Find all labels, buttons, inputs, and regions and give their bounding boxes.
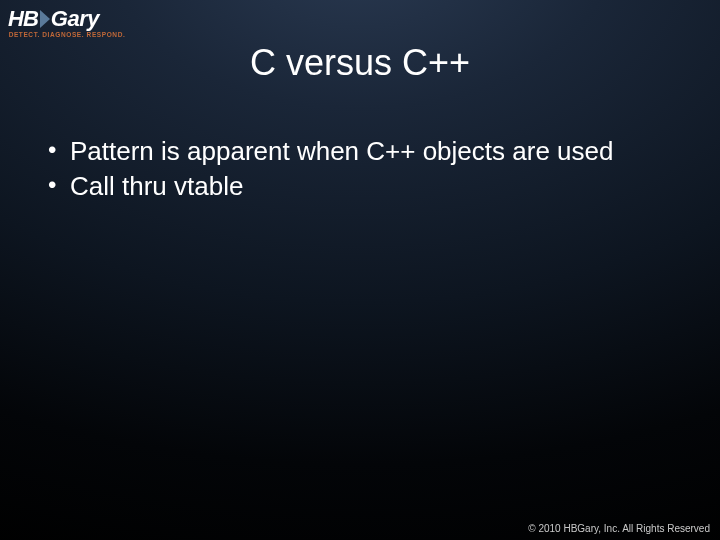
arrow-icon xyxy=(40,10,50,28)
copyright-footer: © 2010 HBGary, Inc. All Rights Reserved xyxy=(528,523,710,534)
logo-suffix: Gary xyxy=(51,6,99,32)
bullet-list: Pattern is apparent when C++ objects are… xyxy=(42,135,678,202)
slide-content: Pattern is apparent when C++ objects are… xyxy=(42,135,678,204)
hbgary-logo: HB Gary DETECT. DIAGNOSE. RESPOND. xyxy=(8,6,126,38)
logo-tagline: DETECT. DIAGNOSE. RESPOND. xyxy=(8,31,126,38)
logo-prefix: HB xyxy=(8,6,38,32)
list-item: Pattern is apparent when C++ objects are… xyxy=(42,135,678,168)
logo-main: HB Gary xyxy=(8,6,126,32)
slide: HB Gary DETECT. DIAGNOSE. RESPOND. C ver… xyxy=(0,0,720,540)
slide-title: C versus C++ xyxy=(0,42,720,84)
list-item: Call thru vtable xyxy=(42,170,678,203)
